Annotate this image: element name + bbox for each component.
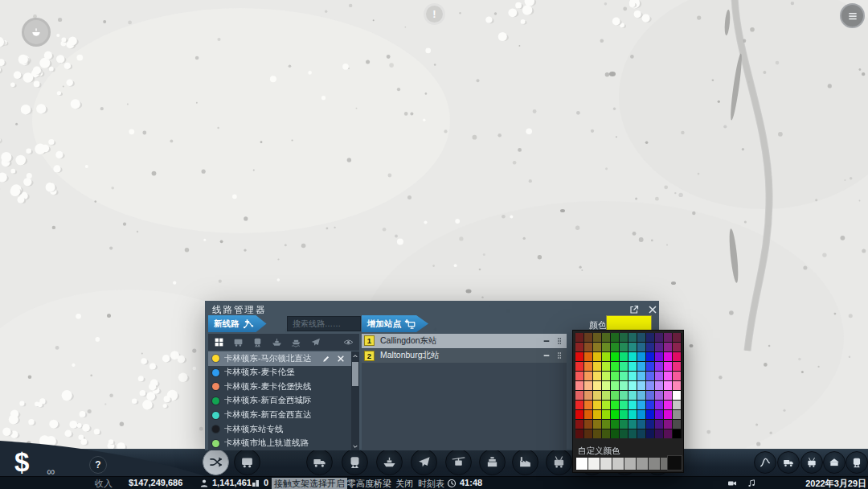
palette-color-cell[interactable] — [593, 381, 601, 390]
palette-color-cell[interactable] — [593, 420, 601, 429]
palette-color-cell[interactable] — [620, 401, 628, 409]
filter-ferry-button[interactable] — [290, 336, 302, 348]
filter-all-button[interactable] — [213, 336, 225, 348]
popout-icon[interactable] — [629, 304, 642, 315]
palette-color-cell[interactable] — [646, 420, 654, 429]
palette-color-cell[interactable] — [602, 401, 610, 409]
line-color-dot[interactable] — [212, 355, 219, 362]
palette-color-cell[interactable] — [637, 372, 645, 380]
palette-color-cell[interactable] — [611, 333, 619, 342]
palette-color-cell[interactable] — [673, 410, 681, 419]
palette-color-cell[interactable] — [664, 372, 672, 380]
bridge-mode-state[interactable]: 关闭 — [395, 478, 413, 489]
palette-color-cell[interactable] — [584, 391, 592, 400]
palette-color-cell[interactable] — [611, 391, 619, 400]
timetable-label[interactable]: 时刻表 — [418, 478, 444, 489]
line-row[interactable]: 卡林顿东-新百金西直达 — [208, 408, 351, 422]
palette-color-cell[interactable] — [593, 352, 601, 361]
palette-color-cell[interactable] — [655, 343, 663, 351]
palette-color-cell[interactable] — [575, 381, 583, 390]
palette-color-cell[interactable] — [655, 420, 663, 429]
palette-color-cell[interactable] — [575, 391, 583, 400]
palette-color-cell[interactable] — [628, 429, 637, 438]
palette-color-cell[interactable] — [637, 343, 645, 351]
remove-station-button[interactable] — [541, 335, 552, 347]
truck-routes-button[interactable] — [306, 449, 333, 475]
palette-color-cell[interactable] — [584, 401, 592, 409]
palette-color-cell[interactable] — [575, 420, 583, 429]
line-list-scrollbar[interactable] — [351, 351, 359, 450]
palette-color-cell[interactable] — [646, 352, 654, 361]
palette-color-cell[interactable] — [673, 381, 681, 390]
palette-color-cell[interactable] — [611, 362, 619, 371]
custom-color-swatch[interactable] — [637, 458, 648, 470]
palette-color-cell[interactable] — [646, 401, 654, 409]
rail-manager-button[interactable] — [845, 451, 868, 474]
camera-icon[interactable] — [727, 479, 737, 488]
budget-panel[interactable]: $ ∞ — [14, 447, 29, 478]
palette-color-cell[interactable] — [602, 381, 610, 390]
palette-color-cell[interactable] — [584, 362, 592, 371]
palette-color-cell[interactable] — [628, 352, 637, 361]
industry-routes-button[interactable] — [512, 449, 538, 475]
palette-color-cell[interactable] — [628, 420, 637, 429]
palette-color-cell[interactable] — [664, 381, 672, 390]
palette-color-cell[interactable] — [620, 372, 628, 380]
palette-color-cell[interactable] — [664, 343, 672, 351]
palette-color-cell[interactable] — [664, 333, 672, 342]
palette-color-cell[interactable] — [584, 372, 592, 380]
palette-color-cell[interactable] — [655, 372, 663, 380]
toggle-line-visibility-button[interactable] — [342, 336, 354, 348]
palette-color-cell[interactable] — [602, 429, 610, 438]
palette-color-cell[interactable] — [575, 372, 583, 380]
search-lines-input[interactable] — [287, 316, 361, 331]
vehicle-manager-button[interactable] — [777, 451, 800, 474]
palette-color-cell[interactable] — [575, 429, 583, 438]
palette-color-cell[interactable] — [637, 381, 645, 390]
filter-plane-button[interactable] — [309, 336, 321, 348]
palette-color-cell[interactable] — [664, 401, 672, 409]
palette-color-cell[interactable] — [655, 362, 663, 371]
palette-color-cell[interactable] — [602, 362, 610, 371]
custom-color-swatch[interactable] — [588, 458, 600, 470]
line-row[interactable]: 卡林顿东站专线 — [208, 422, 351, 437]
map-service-badge[interactable] — [22, 18, 51, 47]
line-color-dot[interactable] — [212, 383, 219, 390]
palette-color-cell[interactable] — [584, 352, 592, 361]
palette-color-cell[interactable] — [575, 401, 583, 409]
palette-color-cell[interactable] — [602, 391, 610, 400]
palette-color-cell[interactable] — [664, 352, 672, 361]
palette-color-cell[interactable] — [611, 372, 619, 380]
palette-color-cell[interactable] — [620, 362, 628, 371]
custom-color-swatch[interactable] — [624, 458, 636, 470]
delete-line-button[interactable] — [335, 353, 346, 364]
palette-color-cell[interactable] — [593, 401, 601, 409]
palette-color-cell[interactable] — [637, 401, 645, 409]
station-row[interactable]: 2Maltonburg北站 — [362, 349, 567, 364]
map-menu-badge[interactable] — [840, 3, 865, 28]
palette-color-cell[interactable] — [575, 333, 583, 342]
line-color-dot[interactable] — [212, 440, 219, 447]
palette-color-cell[interactable] — [637, 352, 645, 361]
lines-overview-button[interactable] — [203, 449, 229, 475]
ship-lines-button[interactable] — [376, 449, 403, 475]
palette-color-cell[interactable] — [602, 343, 610, 351]
palette-color-cell[interactable] — [655, 381, 663, 390]
custom-color-swatch[interactable] — [612, 458, 624, 470]
palette-color-cell[interactable] — [575, 410, 583, 419]
palette-color-cell[interactable] — [620, 410, 628, 419]
remove-station-button[interactable] — [541, 350, 552, 361]
palette-color-cell[interactable] — [575, 352, 583, 361]
palette-color-cell[interactable] — [593, 391, 601, 400]
road-tool-button[interactable] — [754, 451, 776, 474]
palette-color-cell[interactable] — [673, 333, 681, 342]
monorail-lines-button[interactable] — [479, 449, 506, 475]
palette-color-cell[interactable] — [602, 420, 610, 429]
palette-color-cell[interactable] — [664, 391, 672, 400]
help-button[interactable]: ? — [89, 456, 107, 474]
palette-color-cell[interactable] — [628, 410, 637, 419]
palette-color-cell[interactable] — [664, 420, 672, 429]
scroll-up-icon[interactable] — [351, 351, 359, 360]
palette-color-cell[interactable] — [646, 391, 654, 400]
palette-color-cell[interactable] — [584, 429, 592, 438]
